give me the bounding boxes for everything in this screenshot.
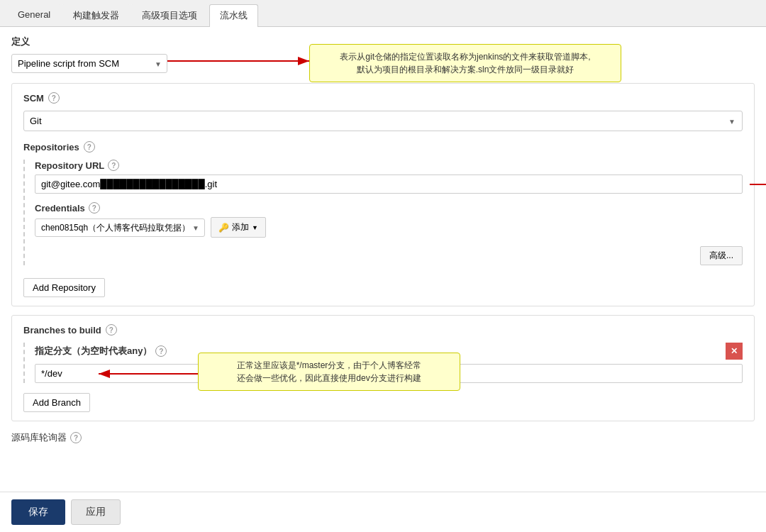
main-content: 定义 Pipeline script from SCM [0, 27, 766, 532]
repo-inner: Repository URL ? [23, 160, 743, 265]
bottom-help-icon[interactable]: ? [70, 432, 82, 443]
credentials-help-icon[interactable]: ? [89, 202, 100, 214]
credentials-row: Credentials ? chen0815qh（个人博客代码拉取凭据） 🔑 [35, 202, 743, 238]
bottom-bar: 保存 应用 [0, 492, 766, 532]
tab-advanced[interactable]: 高级项目选项 [131, 4, 208, 26]
repositories-title: Repositories ? [23, 141, 743, 153]
arrow2 [750, 176, 766, 204]
add-credential-caret: ▼ [252, 224, 258, 231]
scm-section: SCM ? Git Repositories ? [11, 83, 755, 306]
branch-input-wrapper: 正常这里应该是*/master分支，由于个人博客经常 还会做一些优化，因此直接使… [35, 364, 743, 383]
add-branch-button[interactable]: Add Branch [23, 393, 90, 412]
repo-url-help-icon[interactable]: ? [108, 160, 119, 171]
define-select[interactable]: Pipeline script from SCM [11, 54, 167, 73]
cred-select-wrapper: chen0815qh（个人博客代码拉取凭据） [35, 218, 205, 237]
add-repo-btn-row: Add Repository [23, 272, 743, 297]
tab-bar: General 构建触发器 高级项目选项 流水线 [0, 0, 766, 27]
branch-inner: 指定分支（为空时代表any） ? ✕ [23, 343, 743, 383]
delete-branch-button[interactable]: ✕ [726, 343, 743, 360]
key-icon: 🔑 [218, 223, 229, 233]
add-repository-button[interactable]: Add Repository [23, 278, 105, 297]
advanced-btn-row: 高级... [35, 246, 743, 265]
scm-select-wrapper: Git [23, 111, 743, 131]
add-branch-btn-row: Add Branch [23, 390, 743, 412]
cred-select[interactable]: chen0815qh（个人博客代码拉取凭据） [35, 218, 205, 237]
tab-pipeline[interactable]: 流水线 [209, 4, 258, 27]
credentials-input-row: chen0815qh（个人博客代码拉取凭据） 🔑 添加 ▼ [35, 217, 743, 238]
credentials-label: Credentials ? [35, 202, 743, 214]
repositories-help-icon[interactable]: ? [84, 141, 95, 153]
repo-url-label: Repository URL ? [35, 160, 743, 171]
branches-title: Branches to build ? [23, 324, 743, 336]
scm-select[interactable]: Git [23, 111, 743, 131]
repo-url-input[interactable] [35, 174, 743, 194]
branches-help-icon[interactable]: ? [106, 324, 117, 336]
apply-button[interactable]: 应用 [71, 499, 121, 525]
branch-specifier-help-icon[interactable]: ? [155, 345, 167, 357]
tab-general[interactable]: General [7, 4, 61, 26]
tooltip-define: 表示从git仓储的指定位置读取名称为jenkins的文件来获取管道脚本, 默认为… [309, 44, 621, 82]
bottom-section-header: 源码库轮询器 ? [11, 431, 755, 444]
scm-title: SCM ? [23, 92, 743, 104]
branches-section: Branches to build ? 指定分支（为空时代表any） ? ✕ [11, 315, 755, 421]
tab-triggers[interactable]: 构建触发器 [62, 4, 130, 26]
advanced-button[interactable]: 高级... [700, 246, 743, 265]
repositories-section: Repositories ? Repository URL ? [23, 141, 743, 297]
branch-specifier-label: 指定分支（为空时代表any） ? [35, 345, 167, 358]
scm-help-icon[interactable]: ? [48, 92, 60, 104]
tooltip-branch: 正常这里应该是*/master分支，由于个人博客经常 还会做一些优化，因此直接使… [198, 353, 460, 391]
repo-url-row: Repository URL ? [35, 160, 743, 194]
save-button[interactable]: 保存 [11, 499, 65, 525]
add-credential-button[interactable]: 🔑 添加 ▼ [211, 217, 266, 238]
